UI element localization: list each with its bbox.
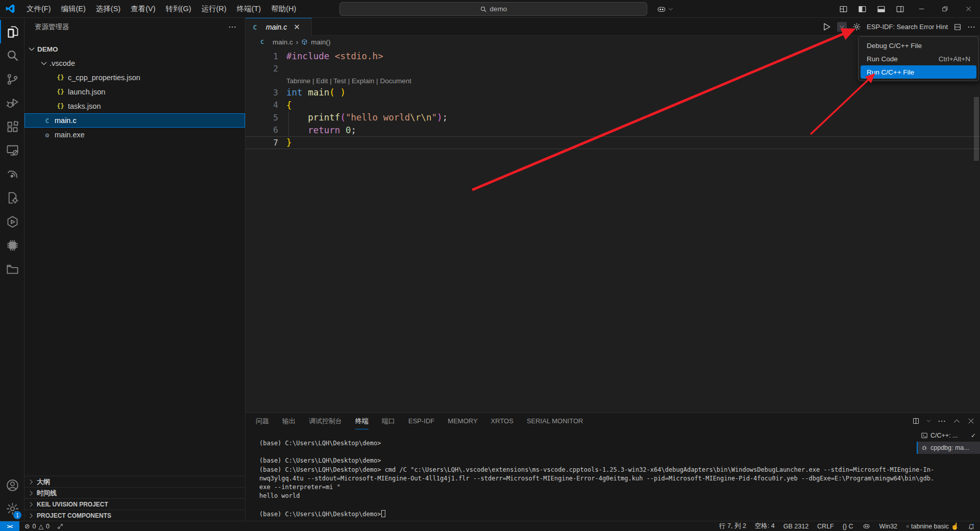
status-item-3[interactable]: CRLF <box>817 523 834 530</box>
panel-tab-xrtos[interactable]: XRTOS <box>491 413 513 429</box>
copilot-titlebar-button[interactable] <box>657 0 673 18</box>
menu-bar: 文件(F)编辑(E)选择(S)查看(V)转到(G)运行(R)终端(T)帮助(H) <box>21 2 301 16</box>
panel-tab--[interactable]: 端口 <box>382 413 395 429</box>
menu-s[interactable]: 选择(S) <box>91 2 126 16</box>
tree-item-main-c[interactable]: Cmain.c <box>24 113 245 128</box>
status-item-5[interactable]: Win32 <box>879 523 897 530</box>
section-keil-uvision-project[interactable]: KEIL UVISION PROJECT <box>24 498 246 510</box>
copilot-status-icon[interactable] <box>862 522 871 530</box>
breadcrumb-symbol[interactable]: main() <box>311 38 330 46</box>
toggle-sidebar-icon[interactable] <box>858 5 867 13</box>
status-item-0[interactable]: 行 7, 列 2 <box>719 522 746 530</box>
tab-main-c[interactable]: C main.c ✕ <box>246 18 312 36</box>
tabnine-logo-icon: ○ <box>906 523 909 529</box>
panel-tab-esp-idf[interactable]: ESP-IDF <box>408 413 434 429</box>
menu-item-shortcut: Ctrl+Alt+N <box>939 55 970 63</box>
menu-t[interactable]: 终端(T) <box>232 2 266 16</box>
chevron-down-icon[interactable] <box>926 419 931 423</box>
menu-e[interactable]: 编辑(E) <box>56 2 91 16</box>
tabnine-status-item[interactable]: ○tabnine basic☝ <box>906 522 959 530</box>
remote-indicator[interactable]: >< <box>0 521 19 531</box>
minimize-button[interactable] <box>910 0 933 18</box>
panel-tab--[interactable]: 调试控制台 <box>309 413 342 429</box>
status-misc-icon[interactable] <box>57 523 64 530</box>
line-number: 2 <box>246 64 278 74</box>
chevron-right-icon <box>28 512 35 519</box>
code-editor[interactable]: 1#include <stdio.h>2Tabnine | Edit | Tes… <box>246 48 980 430</box>
editor-more-actions-icon[interactable]: ⋯ <box>967 22 976 32</box>
activity-run-debug-icon[interactable] <box>0 91 24 115</box>
restore-button[interactable] <box>933 0 957 18</box>
editor-scrollbar[interactable] <box>974 97 979 161</box>
menu-f[interactable]: 文件(F) <box>21 2 56 16</box>
activity-remote-explorer-icon[interactable] <box>0 139 24 162</box>
activity-esp-idf-icon[interactable] <box>0 162 24 186</box>
section-project-components[interactable]: PROJECT COMPONENTS <box>24 510 246 521</box>
terminal-output[interactable]: (base) C:\Users\LQH\Desktop\demo>(base) … <box>259 440 918 519</box>
activity-rtos-icon[interactable] <box>0 210 24 233</box>
close-panel-icon[interactable] <box>967 417 975 425</box>
activity-mcu-chip-icon[interactable] <box>0 234 24 257</box>
sidebar-bottom-sections: 大纲时间线KEIL UVISION PROJECTPROJECT COMPONE… <box>24 476 246 521</box>
activity-settings-icon[interactable]: 1 <box>0 497 24 520</box>
toggle-secondary-sidebar-icon[interactable] <box>896 5 904 13</box>
breadcrumb[interactable]: C main.c › main() <box>246 36 331 48</box>
project-folder-icon <box>6 262 19 276</box>
espidf-hint-label[interactable]: ESP-IDF: Search Error Hint <box>867 23 948 31</box>
menu-item-run-c-c-file[interactable]: Run C/C++ File <box>861 65 976 79</box>
activity-project-folder-icon[interactable] <box>0 257 24 281</box>
status-item-4[interactable]: {} C <box>843 523 853 530</box>
notifications-bell-icon[interactable] <box>968 523 975 530</box>
terminal-instance-c-c-[interactable]: C/C++: ...✓ <box>917 429 980 442</box>
activity-source-control-icon[interactable] <box>0 67 24 91</box>
tree-item-main-exe[interactable]: ⚙main.exe <box>24 128 245 142</box>
menu-v[interactable]: 查看(V) <box>126 2 160 16</box>
activity-account-icon[interactable] <box>0 473 24 497</box>
toggle-panel-icon[interactable] <box>877 5 886 13</box>
activity-search-icon[interactable] <box>0 44 24 67</box>
activity-explorer-icon[interactable] <box>0 20 24 43</box>
tree-item-launch-json[interactable]: {}launch.json <box>24 85 245 99</box>
run-dropdown-button[interactable] <box>837 22 847 32</box>
panel-tab-memory[interactable]: MEMORY <box>448 413 477 429</box>
terminal-cursor <box>381 510 385 517</box>
menu-r[interactable]: 运行(R) <box>196 2 231 16</box>
status-item-1[interactable]: 空格: 4 <box>755 522 775 530</box>
split-terminal-icon[interactable] <box>912 417 920 425</box>
close-button[interactable] <box>957 0 980 18</box>
menu-item-run-code[interactable]: Run CodeCtrl+Alt+N <box>861 52 976 65</box>
tree-root-demo[interactable]: DEMO <box>24 42 245 56</box>
panel-tab--[interactable]: 问题 <box>256 413 269 429</box>
panel-tab--[interactable]: 输出 <box>282 413 296 429</box>
split-editor-icon[interactable] <box>953 23 962 31</box>
tree-item-tasks-json[interactable]: {}tasks.json <box>24 99 245 113</box>
menu-g[interactable]: 转到(G) <box>161 2 197 16</box>
espidf-gear-icon[interactable] <box>852 22 861 31</box>
terminal-instance-cppdbg-ma-[interactable]: cppdbg: ma... <box>917 442 980 454</box>
activity-extensions-icon[interactable] <box>0 115 24 138</box>
menu-item-debug-c-c-file[interactable]: Debug C/C++ File <box>861 39 976 52</box>
menu-item-label: Run C/C++ File <box>867 68 914 76</box>
problems-status[interactable]: ⊘ 0 △ 0 <box>24 522 50 530</box>
remote-explorer-icon <box>6 143 19 157</box>
tab-close-icon[interactable]: ✕ <box>293 22 300 32</box>
tree-item-c_cpp_properties-json[interactable]: {}c_cpp_properties.json <box>24 70 245 85</box>
run-button[interactable] <box>822 22 831 32</box>
section-大纲[interactable]: 大纲 <box>24 476 246 487</box>
panel-tab-serial-monitor[interactable]: SERIAL MONITOR <box>527 413 583 429</box>
menu-h[interactable]: 帮助(H) <box>266 2 301 16</box>
activity-cpp-tools-icon[interactable] <box>0 186 24 210</box>
panel-tab--[interactable]: 终端 <box>355 413 369 429</box>
command-center-search[interactable]: demo <box>339 2 647 16</box>
maximize-panel-icon[interactable] <box>953 417 961 425</box>
section-时间线[interactable]: 时间线 <box>24 487 246 498</box>
status-item-2[interactable]: GB 2312 <box>783 523 808 530</box>
tree-item--vscode[interactable]: .vscode <box>24 56 245 70</box>
customize-layout-icon[interactable] <box>839 5 848 13</box>
code-line-5: 5 printf("hello world\r\n"); <box>246 111 980 124</box>
section-label: KEIL UVISION PROJECT <box>37 501 108 508</box>
explorer-more-actions-icon[interactable]: ⋯ <box>228 22 237 32</box>
check-icon: ✓ <box>971 432 976 439</box>
panel-more-actions-icon[interactable]: ⋯ <box>938 416 946 426</box>
breadcrumb-file[interactable]: main.c <box>273 38 293 46</box>
